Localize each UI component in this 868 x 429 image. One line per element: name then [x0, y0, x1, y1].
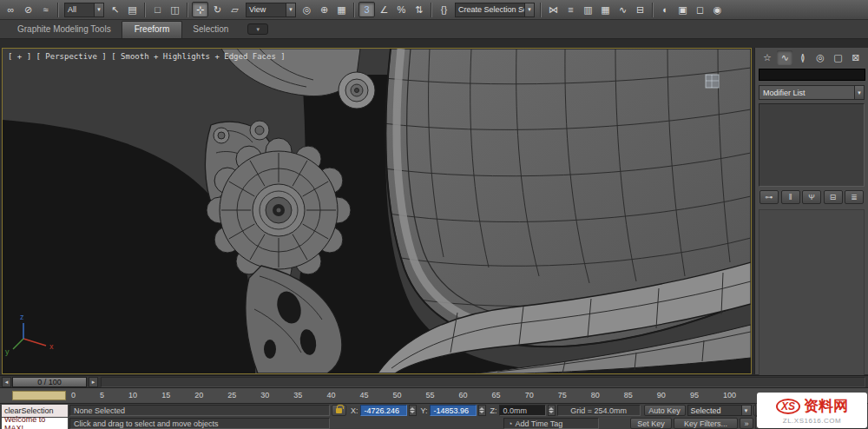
select-and-rotate-icon[interactable]: ↻ [209, 2, 226, 17]
chevron-down-icon[interactable]: ▼ [524, 3, 534, 16]
tab-selection[interactable]: Selection [182, 21, 239, 38]
percent-snap-icon[interactable]: % [393, 2, 410, 17]
frame-tick-label: 35 [293, 391, 302, 399]
modifier-list-dropdown[interactable]: Modifier List ▼ [759, 85, 865, 100]
align-icon[interactable]: ≡ [562, 2, 579, 17]
window-crossing-icon[interactable]: ◫ [167, 2, 183, 17]
frame-tick-label: 60 [459, 391, 468, 399]
set-key-button[interactable]: Set Key [630, 418, 672, 429]
object-name-field[interactable] [759, 69, 865, 81]
select-and-move-icon[interactable]: ⊹ [192, 2, 208, 17]
pin-stack-button[interactable]: ⊶ [760, 190, 779, 204]
maxscript-listener-line[interactable]: Welcome to MAX! [2, 418, 68, 429]
create-tab-icon[interactable]: ☆ [760, 50, 775, 65]
frame-tick-label: 20 [194, 391, 203, 399]
layer-manager-icon[interactable]: ▥ [580, 2, 596, 17]
modifier-stack-list[interactable] [759, 103, 865, 187]
motion-tab-icon[interactable]: ◎ [812, 50, 828, 65]
watermark-logo: XS [776, 399, 800, 414]
x-coordinate-field[interactable]: -4726.246 [360, 405, 407, 416]
frame-tick-label: 0 [71, 391, 76, 399]
y-spinner[interactable] [478, 405, 486, 416]
selection-filter-dropdown[interactable]: All ▼ [64, 3, 104, 17]
time-slider-track[interactable] [101, 377, 865, 387]
select-and-manipulate-icon[interactable]: ⊕ [316, 2, 332, 17]
chevron-down-icon[interactable]: ▼ [286, 3, 295, 16]
z-coordinate-field[interactable]: 0.0mm [499, 405, 546, 416]
bind-to-space-warp-icon[interactable]: ≈ [37, 2, 54, 17]
ribbon-tab-bar: Graphite Modeling Tools Freeform Selecti… [0, 20, 868, 39]
x-spinner[interactable] [409, 405, 417, 416]
time-slider-right-arrow[interactable]: ▸ [89, 377, 98, 387]
track-bar[interactable]: 0510152025303540455055606570758085909510… [0, 387, 868, 403]
y-coordinate-field[interactable]: -14853.96 [430, 405, 477, 416]
material-editor-icon[interactable]: ◐ [657, 2, 674, 17]
hierarchy-tab-icon[interactable]: ≬ [795, 50, 811, 65]
ribbon-minimize-button[interactable]: ▾ [247, 23, 268, 35]
tab-graphite-modeling-tools[interactable]: Graphite Modeling Tools [7, 21, 122, 38]
edit-named-selection-sets-icon[interactable]: {} [436, 2, 452, 17]
add-time-tag-field[interactable]: ◔ Add Time Tag [503, 418, 599, 429]
svg-text:z: z [20, 313, 24, 321]
utilities-tab-icon[interactable]: ⊠ [848, 50, 864, 65]
angle-snap-icon[interactable]: ∠ [376, 2, 392, 17]
time-slider-handle[interactable]: 0 / 100 [12, 377, 87, 387]
time-slider-bar: ◂ 0 / 100 ▸ [0, 375, 868, 387]
clock-icon: ◔ [508, 419, 512, 428]
perspective-viewport[interactable]: x y z [ + ] [ Perspective ] [ Smooth + H… [2, 48, 752, 374]
key-mode-value: Selected [688, 406, 741, 415]
remove-modifier-button[interactable]: ⊟ [824, 190, 843, 204]
chevron-down-icon[interactable]: ▼ [741, 406, 751, 415]
auto-key-button[interactable]: Auto Key [644, 405, 686, 416]
configure-modifier-sets-button[interactable]: ≣ [845, 190, 864, 204]
lock-icon [336, 408, 342, 413]
mirror-icon[interactable]: ⋈ [545, 2, 562, 17]
schematic-view-icon[interactable]: ⊟ [632, 2, 648, 17]
go-to-end-button[interactable]: » [740, 418, 753, 429]
z-coordinate-label: Z: [490, 406, 497, 415]
named-selection-sets-dropdown[interactable]: Create Selection Se ▼ [455, 3, 535, 17]
chevron-down-icon[interactable]: ▼ [94, 3, 103, 16]
frame-tick-label: 85 [624, 391, 633, 399]
modify-tab-icon[interactable]: ∿ [777, 50, 792, 65]
select-by-name-icon[interactable]: ▤ [124, 2, 141, 17]
show-end-result-button[interactable]: ‖ [781, 190, 800, 204]
time-slider-left-arrow[interactable]: ◂ [2, 377, 11, 387]
make-unique-button[interactable]: Ψ [802, 190, 821, 204]
main-toolbar: ∞ ⊘ ≈ All ▼ ↖ ▤ □ ◫ ⊹ ↻ ▱ View ▼ ◎ ⊕ ▦ 3… [0, 0, 868, 20]
key-mode-dropdown[interactable]: Selected ▼ [687, 405, 752, 416]
track-bar-range[interactable] [12, 391, 66, 400]
graphite-ribbon-toggle-icon[interactable]: ▦ [597, 2, 614, 17]
key-filters-button[interactable]: Key Filters... [674, 418, 738, 429]
y-coordinate-label: Y: [421, 406, 428, 415]
spinner-snap-icon[interactable]: ⇅ [411, 2, 427, 17]
viewport-label[interactable]: [ + ] [ Perspective ] [ Smooth + Highlig… [8, 52, 286, 61]
render-setup-icon[interactable]: ▣ [674, 2, 691, 17]
rectangular-selection-region-icon[interactable]: □ [149, 2, 166, 17]
frame-tick-label: 40 [326, 391, 335, 399]
lock-selection-button[interactable] [332, 405, 346, 416]
keyboard-shortcut-override-icon[interactable]: ▦ [333, 2, 350, 17]
reference-coordinate-dropdown[interactable]: View ▼ [246, 3, 296, 17]
command-panel-tabs: ☆ ∿ ≬ ◎ ▢ ⊠ [759, 50, 865, 68]
unlink-selection-icon[interactable]: ⊘ [20, 2, 36, 17]
select-and-link-icon[interactable]: ∞ [3, 2, 19, 17]
snap-toggle-3d-icon[interactable]: 3 [358, 2, 375, 17]
display-tab-icon[interactable]: ▢ [831, 50, 846, 65]
select-object-icon[interactable]: ↖ [107, 2, 123, 17]
tab-freeform[interactable]: Freeform [122, 21, 183, 38]
select-and-scale-icon[interactable]: ▱ [227, 2, 243, 17]
z-spinner[interactable] [548, 405, 556, 416]
frame-tick-label: 5 [100, 391, 104, 399]
toolbar-separator [353, 3, 355, 17]
chevron-down-icon[interactable]: ▼ [854, 86, 864, 99]
render-production-icon[interactable]: ◉ [709, 2, 726, 17]
curve-editor-icon[interactable]: ∿ [615, 2, 631, 17]
frame-tick-label: 30 [260, 391, 269, 399]
selection-filter-value: All [65, 5, 94, 14]
use-pivot-center-icon[interactable]: ◎ [299, 2, 315, 17]
frame-tick-label: 45 [359, 391, 368, 399]
watermark: XS 资料网 ZL.XS1616.COM [757, 393, 867, 428]
rendered-frame-window-icon[interactable]: ◻ [692, 2, 708, 17]
toolbar-separator [57, 3, 59, 17]
